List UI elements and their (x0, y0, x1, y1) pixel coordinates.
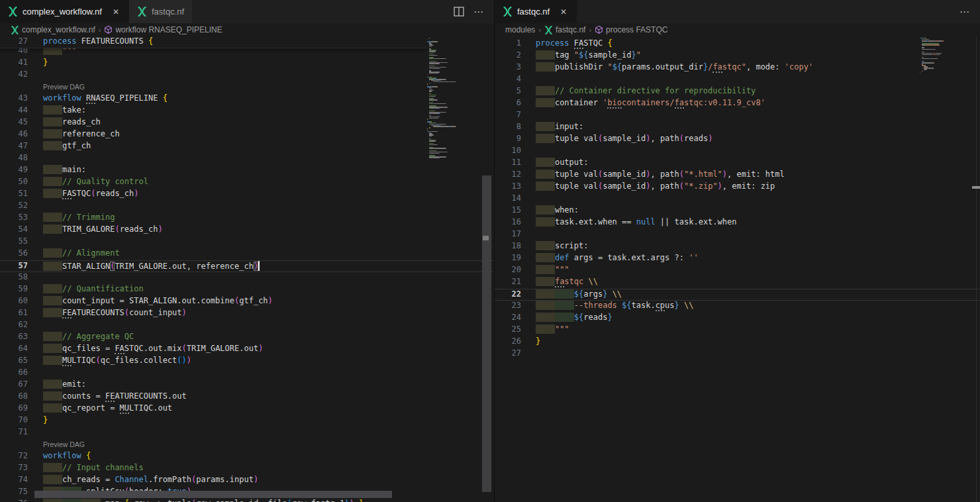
tab-fastqc-right[interactable]: fastqc.nf ✕ (495, 0, 577, 23)
editor-left[interactable]: 40 """41}42Preview DAG43workflow RNASEQ_… (0, 36, 494, 502)
code-line[interactable]: 56 // Alignment (0, 248, 494, 260)
code-line[interactable]: 49 main: (0, 165, 494, 177)
code-line[interactable]: 44 take: (0, 105, 494, 117)
code-line[interactable]: 9 tuple val(sample_id), path(reads) (495, 134, 980, 146)
minimap[interactable] (920, 38, 975, 75)
code-line[interactable]: 74 ch_reads = Channel.fromPath(params.in… (0, 475, 494, 487)
code-line[interactable]: 43workflow RNASEQ_PIPELINE { (0, 93, 494, 105)
code-line[interactable]: 45 reads_ch (0, 117, 494, 129)
code-line[interactable]: 70} (0, 415, 494, 427)
codelens-preview-dag[interactable]: Preview DAG (43, 81, 85, 93)
code-line[interactable]: 24 ${reads} (495, 313, 980, 325)
code-line[interactable]: 55 (0, 236, 494, 248)
codelens-preview-dag[interactable]: Preview DAG (43, 439, 85, 451)
line-number: 52 (0, 201, 43, 213)
code-line[interactable]: 47 gtf_ch (0, 141, 494, 153)
breadcrumb-separator: › (589, 26, 591, 34)
overview-ruler-marker (483, 236, 489, 240)
code-line[interactable]: 22 ${args} \\ (495, 289, 980, 301)
code-line[interactable]: 6 container 'biocontainers/fastqc:v0.11.… (495, 98, 980, 110)
more-actions-icon[interactable]: ⋯ (959, 6, 971, 18)
code-line[interactable]: 15 when: (495, 205, 980, 217)
more-actions-icon[interactable]: ⋯ (473, 6, 485, 18)
code-line[interactable]: 25 """ (495, 325, 980, 336)
code-line[interactable]: 64 qc_files = FASTQC.out.mix(TRIM_GALORE… (0, 344, 494, 356)
code-line[interactable]: 68 counts = FEATURECOUNTS.out (0, 391, 494, 403)
code-line[interactable]: 12 tuple val(sample_id), path("*.html"),… (495, 170, 980, 181)
code-line[interactable]: 2 tag "${sample_id}" (495, 50, 980, 62)
breadcrumb-item[interactable]: complex_workflow.nf (11, 25, 95, 34)
line-number: 15 (495, 205, 536, 217)
line-number: 27 (495, 348, 536, 360)
editor-right[interactable]: 1process FASTQC {2 tag "${sample_id}"3 p… (495, 36, 980, 502)
breadcrumbs-left: complex_workflow.nf›workflow RNASEQ_PIPE… (0, 23, 494, 36)
line-number: 14 (495, 193, 536, 205)
line-number: 51 (0, 189, 43, 201)
nextflow-file-icon (503, 7, 513, 17)
code-line[interactable]: 11 output: (495, 158, 980, 170)
code-line[interactable]: 61 FEATURECOUNTS(count_input) (0, 308, 494, 320)
code-line[interactable]: 67 emit: (0, 379, 494, 391)
breadcrumb-item[interactable]: process FASTQC (595, 25, 667, 34)
code-line[interactable]: 16 task.ext.when == null || task.ext.whe… (495, 217, 980, 229)
code-line[interactable]: 27 (495, 348, 980, 360)
code-line[interactable]: 42 (0, 70, 494, 81)
breadcrumb-item[interactable]: fastqc.nf (544, 25, 585, 34)
tab-complex-workflow[interactable]: complex_workflow.nf ✕ (0, 0, 129, 23)
code-line[interactable]: 26} (495, 336, 980, 348)
code-line[interactable]: 58 (0, 272, 494, 284)
breadcrumb-item[interactable]: workflow RNASEQ_PIPELINE (104, 25, 222, 34)
code-line[interactable]: 66 (0, 368, 494, 379)
code-line[interactable]: 69 qc_report = MULTIQC.out (0, 403, 494, 415)
code-line[interactable]: 53 // Trimming (0, 213, 494, 225)
code-line[interactable]: 52 (0, 201, 494, 213)
code-line[interactable]: 7 (495, 110, 980, 122)
code-line[interactable]: 73 // Input channels (0, 463, 494, 475)
code-line[interactable]: 62 (0, 320, 494, 332)
line-number: 8 (495, 122, 536, 134)
minimap[interactable] (427, 38, 481, 160)
vertical-scrollbar[interactable] (482, 176, 491, 492)
code-line[interactable]: 4 (495, 74, 980, 86)
code-line[interactable]: 18 script: (495, 241, 980, 253)
split-editor-icon[interactable] (454, 7, 464, 17)
code-line[interactable]: 46 reference_ch (0, 129, 494, 141)
code-line[interactable]: 1process FASTQC { (495, 38, 980, 50)
code-line[interactable]: 3 publishDir "${params.output_dir}/fastq… (495, 62, 980, 74)
code-line[interactable]: 10 (495, 146, 980, 158)
code-line[interactable]: 8 input: (495, 122, 980, 134)
code-line[interactable]: 20 """ (495, 265, 980, 277)
sticky-scroll-line[interactable]: 27process FEATURECOUNTS { (0, 36, 427, 48)
code-line[interactable]: 41} (0, 58, 494, 70)
code-line[interactable]: 19 def args = task.ext.args ?: '' (495, 253, 980, 265)
code-line[interactable]: 59 // Quantification (0, 284, 494, 296)
line-number: 3 (495, 62, 536, 74)
line-number: 49 (0, 165, 43, 177)
code-line[interactable]: 60 count_input = STAR_ALIGN.out.combine(… (0, 296, 494, 308)
code-line[interactable]: 76 .map { row -> tuple(row.sample_id, fi… (0, 499, 494, 502)
code-line[interactable]: 21 fastqc \\ (495, 277, 980, 289)
overview-ruler (976, 36, 977, 502)
code-line[interactable]: 51 FASTQC(reads_ch) (0, 189, 494, 201)
horizontal-scrollbar[interactable] (34, 491, 392, 498)
code-line[interactable]: 17 (495, 229, 980, 241)
code-line[interactable]: 48 (0, 153, 494, 165)
workbench: complex_workflow.nf ✕ fastqc.nf ⋯ comple… (0, 0, 980, 502)
line-number: 25 (495, 325, 536, 336)
code-line[interactable]: 63 // Aggregate QC (0, 332, 494, 344)
code-line[interactable]: 72workflow { (0, 451, 494, 463)
code-line[interactable]: 57 STAR_ALIGN(TRIM_GALORE.out, reference… (0, 260, 494, 272)
code-line[interactable]: 71 (0, 427, 494, 439)
code-line[interactable]: 5 // Container directive for reproducibi… (495, 86, 980, 98)
code-line[interactable]: 50 // Quality control (0, 177, 494, 189)
close-icon[interactable]: ✕ (111, 7, 121, 17)
code-line[interactable]: 13 tuple val(sample_id), path("*.zip"), … (495, 181, 980, 193)
breadcrumb-item[interactable]: modules (505, 25, 535, 34)
code-line[interactable]: 14 (495, 193, 980, 205)
code-line[interactable]: 54 TRIM_GALORE(reads_ch) (0, 225, 494, 236)
close-icon[interactable]: ✕ (558, 7, 569, 17)
code-line[interactable]: 65 MULTIQC(qc_files.collect()) (0, 356, 494, 368)
line-number: 26 (495, 336, 536, 348)
code-line[interactable]: 23 --threads ${task.cpus} \\ (495, 301, 980, 313)
tab-fastqc-left[interactable]: fastqc.nf (129, 0, 192, 23)
